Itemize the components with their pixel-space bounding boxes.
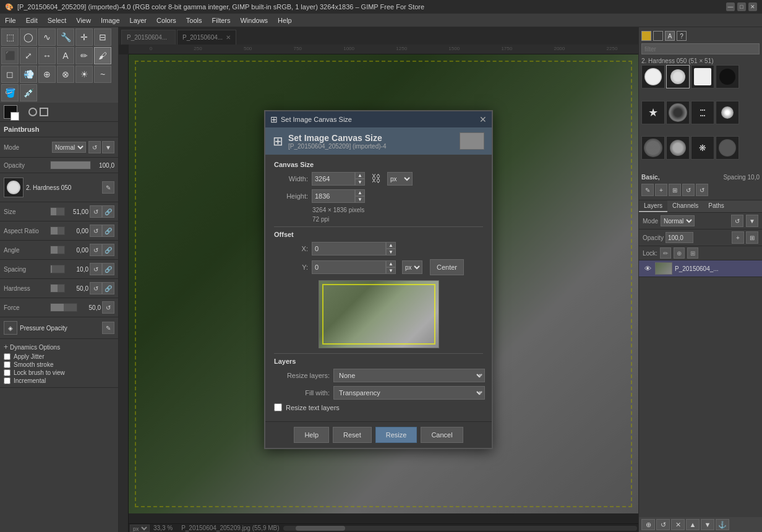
angle-reset-icon[interactable]: ↺ bbox=[90, 244, 102, 256]
mode-select[interactable]: Normal bbox=[52, 142, 86, 153]
hardness-reset-icon[interactable]: ↺ bbox=[90, 282, 102, 294]
aspect-reset-icon[interactable]: ↺ bbox=[90, 225, 102, 237]
lock-pixels-icon[interactable]: ✏ bbox=[660, 247, 671, 259]
brush-action-refresh[interactable]: ↺ bbox=[682, 184, 695, 196]
x-spin-up[interactable]: ▲ bbox=[386, 242, 396, 249]
reset-button[interactable]: Reset bbox=[333, 427, 372, 443]
unit-dropdown[interactable]: pxmmcminch bbox=[387, 172, 413, 186]
x-spin-down[interactable]: ▼ bbox=[386, 249, 396, 255]
help-button[interactable]: Help bbox=[294, 427, 329, 443]
layer-visibility-icon[interactable]: 👁 bbox=[643, 264, 653, 273]
window-controls[interactable]: — □ ✕ bbox=[726, 2, 757, 11]
force-reset-icon[interactable]: ↺ bbox=[102, 301, 114, 314]
chain-link-icon[interactable]: ⛓ bbox=[369, 173, 383, 184]
layers-btn-2[interactable]: ↺ bbox=[656, 519, 670, 530]
tool-transform[interactable]: ⤢ bbox=[20, 47, 37, 64]
menu-colors[interactable]: Colors bbox=[152, 15, 181, 25]
brush-cell-10[interactable] bbox=[666, 136, 690, 160]
layers-btn-1[interactable]: ⊕ bbox=[641, 519, 655, 530]
layers-tab-channels[interactable]: Channels bbox=[667, 200, 703, 212]
brush-cell-4[interactable] bbox=[716, 65, 739, 88]
layers-mode-select[interactable]: Normal bbox=[661, 215, 695, 226]
brush-cell-5[interactable]: ★ bbox=[641, 101, 665, 124]
brush-cell-3[interactable] bbox=[691, 65, 714, 88]
width-spin-up[interactable]: ▲ bbox=[355, 172, 365, 179]
layers-btn-anchor[interactable]: ⚓ bbox=[716, 519, 729, 530]
fill-with-select[interactable]: Transparency Background Color Foreground… bbox=[333, 386, 485, 400]
color-swatch-1[interactable] bbox=[641, 31, 651, 41]
layers-tab-layers[interactable]: Layers bbox=[639, 200, 667, 212]
brush-action-delete[interactable]: ↺ bbox=[696, 184, 708, 196]
dialog-close-button[interactable]: ✕ bbox=[479, 114, 487, 124]
hardness-link-icon[interactable]: 🔗 bbox=[102, 282, 114, 294]
tool-select-free[interactable]: ∿ bbox=[38, 28, 56, 46]
resize-button[interactable]: Resize bbox=[375, 427, 417, 443]
brush-cell-2[interactable] bbox=[666, 65, 690, 88]
tool-select-ellipse[interactable]: ◯ bbox=[20, 28, 37, 46]
width-input[interactable] bbox=[312, 172, 355, 186]
tool-select-fuzzy[interactable]: 🔧 bbox=[57, 28, 74, 46]
angle-slider[interactable] bbox=[50, 246, 65, 254]
brush-edit-icon[interactable]: ✎ bbox=[102, 181, 114, 194]
tool-airbrush[interactable]: 💨 bbox=[20, 66, 37, 83]
size-reset-icon[interactable]: ↺ bbox=[90, 205, 102, 218]
brush-cell-9[interactable] bbox=[641, 136, 665, 160]
layers-mode-reset[interactable]: ↺ bbox=[731, 215, 743, 227]
menu-edit[interactable]: Edit bbox=[21, 15, 43, 25]
lock-all-icon[interactable]: ⊞ bbox=[687, 247, 698, 259]
brush-cell-1[interactable] bbox=[641, 65, 665, 88]
tool-select-rect[interactable]: ⬚ bbox=[1, 28, 19, 46]
tool-pencil[interactable]: ✏ bbox=[75, 47, 93, 64]
resize-text-checkbox[interactable] bbox=[274, 403, 282, 411]
minimize-button[interactable]: — bbox=[726, 2, 735, 11]
width-spinner[interactable]: ▲ ▼ bbox=[355, 172, 365, 186]
apply-jitter-checkbox[interactable] bbox=[4, 353, 11, 360]
tool-flip[interactable]: ↔ bbox=[38, 47, 56, 64]
incremental-checkbox[interactable] bbox=[4, 377, 11, 384]
smooth-stroke-checkbox[interactable] bbox=[4, 361, 11, 368]
tool-eraser[interactable]: ◻ bbox=[1, 66, 19, 83]
close-button[interactable]: ✕ bbox=[748, 2, 757, 11]
aspect-link-icon[interactable]: 🔗 bbox=[102, 225, 114, 237]
menu-tools[interactable]: Tools bbox=[181, 15, 207, 25]
menu-filters[interactable]: Filters bbox=[207, 15, 236, 25]
swap-colors-icon[interactable] bbox=[40, 108, 48, 116]
brush-cell-7[interactable]: •••••• bbox=[691, 101, 714, 124]
brush-cell-8[interactable] bbox=[716, 101, 739, 124]
tool-align[interactable]: ⊟ bbox=[94, 28, 111, 46]
spacing-reset-icon[interactable]: ↺ bbox=[90, 263, 102, 275]
dynamics-options-header[interactable]: + Dynamics Options bbox=[4, 341, 114, 353]
size-link-icon[interactable]: 🔗 bbox=[102, 205, 114, 218]
brush-preview[interactable] bbox=[4, 178, 24, 197]
tool-move[interactable]: ✛ bbox=[75, 28, 93, 46]
height-spin-down[interactable]: ▼ bbox=[355, 196, 365, 203]
layers-tab-paths[interactable]: Paths bbox=[703, 200, 729, 212]
tool-clone[interactable]: ⊕ bbox=[38, 66, 56, 83]
layers-mode-menu[interactable]: ▼ bbox=[746, 215, 758, 227]
tool-heal[interactable]: ⊗ bbox=[57, 66, 74, 83]
tool-smudge[interactable]: ~ bbox=[94, 66, 111, 83]
angle-link-icon[interactable]: 🔗 bbox=[102, 244, 114, 256]
brush-action-duplicate[interactable]: ⊞ bbox=[669, 184, 681, 196]
tool-text[interactable]: A bbox=[57, 47, 74, 64]
layers-btn-up[interactable]: ▲ bbox=[686, 519, 700, 530]
menu-windows[interactable]: Windows bbox=[235, 15, 273, 25]
aspect-slider[interactable] bbox=[50, 226, 65, 235]
mode-reset-icon[interactable]: ↺ bbox=[88, 141, 101, 153]
layers-btn-down[interactable]: ▼ bbox=[701, 519, 714, 530]
layer-row[interactable]: 👁 P_20150604_... bbox=[639, 260, 762, 277]
layers-opacity-reset[interactable]: + bbox=[732, 231, 744, 244]
tool-dodge[interactable]: ☀ bbox=[75, 66, 93, 83]
lock-position-icon[interactable]: ⊕ bbox=[674, 247, 685, 259]
width-spin-down[interactable]: ▼ bbox=[355, 179, 365, 186]
menu-layer[interactable]: Layer bbox=[125, 15, 152, 25]
layers-opacity-input[interactable] bbox=[666, 232, 693, 243]
background-color[interactable] bbox=[11, 112, 19, 121]
menu-image[interactable]: Image bbox=[96, 15, 125, 25]
tool-color-picker[interactable]: 💉 bbox=[20, 84, 37, 101]
mode-menu-icon[interactable]: ▼ bbox=[102, 141, 114, 153]
menu-file[interactable]: File bbox=[0, 15, 21, 25]
menu-select[interactable]: Select bbox=[43, 15, 72, 25]
reset-colors-icon[interactable] bbox=[28, 108, 37, 116]
height-spinner[interactable]: ▲ ▼ bbox=[355, 189, 365, 203]
